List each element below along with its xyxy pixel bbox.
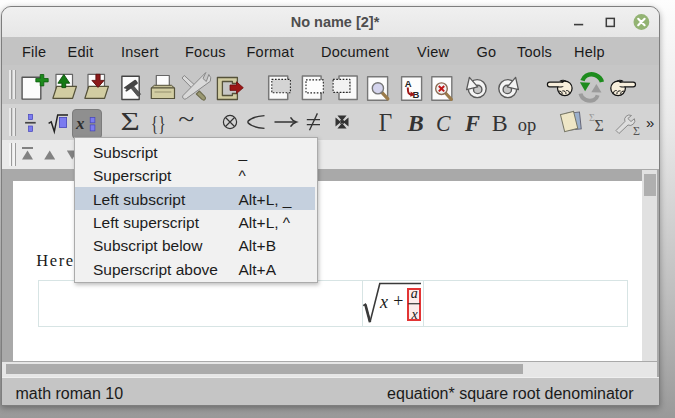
svg-text:Subscript below: Subscript below — [93, 237, 203, 254]
svg-text:Left superscript: Left superscript — [93, 214, 200, 231]
svg-text:Alt+L, ^: Alt+L, ^ — [239, 214, 291, 231]
svg-text:^: ^ — [239, 167, 247, 184]
svg-text:Subscript: Subscript — [93, 144, 158, 161]
svg-text:Alt+B: Alt+B — [239, 237, 276, 254]
svg-text:Superscript: Superscript — [93, 167, 172, 184]
svg-text:Alt+A: Alt+A — [239, 261, 277, 278]
svg-text:_: _ — [238, 144, 248, 161]
svg-text:Alt+L, _: Alt+L, _ — [239, 191, 292, 208]
svg-text:Left subscript: Left subscript — [93, 191, 186, 208]
svg-text:Superscript above: Superscript above — [93, 261, 218, 278]
